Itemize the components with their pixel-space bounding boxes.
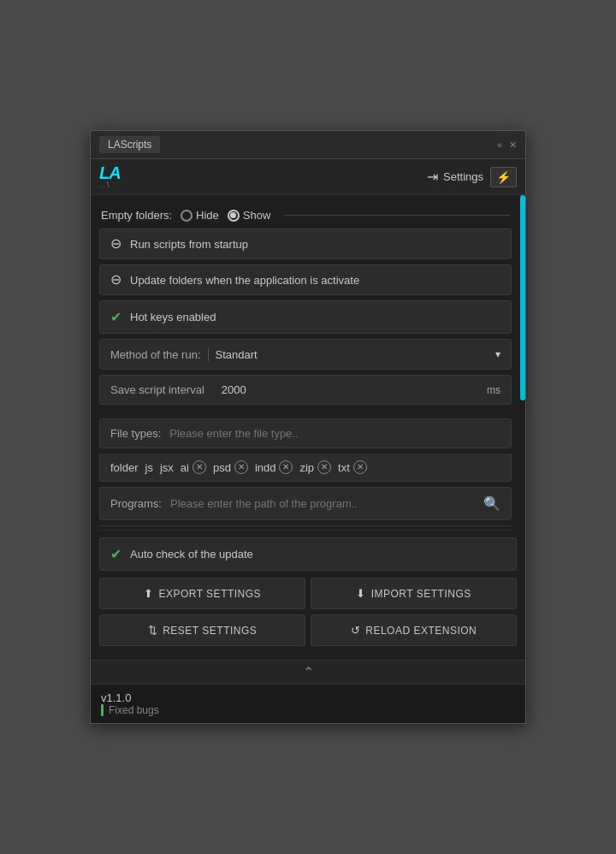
tag-ai-name: ai [181, 461, 189, 474]
tag-indd: indd ✕ [255, 460, 293, 474]
version-number: v1.1.0 [101, 691, 515, 704]
power-button[interactable]: ⚡ [490, 167, 517, 187]
file-types-input[interactable] [169, 427, 500, 440]
tag-zip-name: zip [299, 461, 314, 474]
header: LA ..\ ⇥ Settings ⚡ [91, 159, 525, 195]
collapse-row[interactable]: ⌃ [91, 660, 525, 684]
programs-row: Programs: 🔍 [99, 487, 512, 520]
divider [284, 215, 510, 216]
content-wrapper: Empty folders: Hide Show ⊖ Run scripts f… [91, 195, 525, 537]
update-folders-toggle[interactable]: ⊖ Update folders when the application is… [99, 264, 512, 295]
scrollbar-thumb[interactable] [520, 195, 525, 400]
hot-keys-label: Hot keys enabled [130, 311, 216, 323]
changelog-text: Fixed bugs [109, 704, 159, 716]
method-select[interactable]: Standart Advanced [216, 348, 495, 361]
run-scripts-toggle[interactable]: ⊖ Run scripts from startup [99, 228, 512, 259]
update-folders-label: Update folders when the application is a… [130, 274, 359, 287]
reload-button[interactable]: ↺ RELOAD EXTENSION [311, 614, 517, 646]
spacer-1 [99, 410, 512, 418]
search-icon: 🔍 [483, 496, 500, 511]
export-label: EXPORT SETTINGS [158, 588, 261, 600]
reset-label: RESET SETTINGS [163, 625, 257, 637]
tag-js-name: js [145, 461, 153, 474]
tab-label: LAScripts [99, 136, 160, 153]
main-content: Empty folders: Hide Show ⊖ Run scripts f… [91, 195, 525, 537]
tag-jsx: jsx [160, 461, 174, 474]
tag-jsx-name: jsx [160, 461, 174, 474]
interval-label: Save script interval [110, 383, 204, 396]
main-window: LAScripts « ✕ LA ..\ ⇥ Settings ⚡ Empty … [90, 130, 526, 724]
reset-button[interactable]: ⇅ RESET SETTINGS [99, 614, 305, 646]
interval-unit: ms [487, 384, 500, 396]
tag-zip: zip ✕ [299, 460, 331, 474]
export-icon: ⬆ [144, 587, 154, 600]
changelog-dot [101, 704, 104, 716]
hide-option[interactable]: Hide [181, 209, 219, 222]
tags-row: folder js jsx ai ✕ psd ✕ indd [99, 454, 512, 482]
auto-check-toggle[interactable]: ✔ Auto check of the update [99, 537, 517, 571]
reload-label: RELOAD EXTENSION [365, 625, 477, 637]
tag-zip-remove[interactable]: ✕ [317, 460, 331, 474]
method-divider [208, 347, 209, 361]
hide-label: Hide [196, 209, 219, 222]
programs-label: Programs: [110, 497, 162, 510]
tag-psd-remove[interactable]: ✕ [234, 460, 248, 474]
bottom-section: ✔ Auto check of the update ⬆ EXPORT SETT… [91, 537, 525, 660]
run-scripts-icon: ⊖ [110, 237, 121, 251]
version-section: v1.1.0 Fixed bugs [91, 684, 525, 723]
import-button[interactable]: ⬇ IMPORT SETTINGS [311, 578, 517, 609]
tag-psd-name: psd [213, 461, 231, 474]
title-bar-left: LAScripts [99, 136, 160, 153]
tag-txt-name: txt [338, 461, 350, 474]
programs-search-button[interactable]: 🔍 [483, 495, 500, 512]
tag-txt: txt ✕ [338, 460, 367, 474]
logo: LA ..\ [99, 164, 121, 189]
interval-row: Save script interval 2000 ms [99, 375, 512, 405]
changelog-item: Fixed bugs [101, 704, 515, 716]
scrollbar-track [520, 195, 525, 537]
settings-arrow-icon: ⇥ [427, 169, 438, 185]
hot-keys-icon: ✔ [110, 309, 121, 325]
file-types-label: File types: [110, 427, 161, 440]
tag-txt-remove[interactable]: ✕ [353, 460, 367, 474]
reload-icon: ↺ [351, 624, 361, 637]
show-label: Show [243, 209, 271, 222]
file-types-row: File types: [99, 418, 512, 448]
tag-indd-name: indd [255, 461, 276, 474]
show-option[interactable]: Show [228, 209, 271, 222]
update-folders-icon: ⊖ [110, 273, 121, 287]
empty-folders-row: Empty folders: Hide Show [99, 204, 512, 228]
method-label: Method of the run: [110, 348, 201, 361]
tag-js: js [145, 461, 153, 474]
export-button[interactable]: ⬆ EXPORT SETTINGS [99, 578, 305, 609]
tag-indd-remove[interactable]: ✕ [279, 460, 293, 474]
hot-keys-toggle[interactable]: ✔ Hot keys enabled [99, 300, 512, 334]
interval-value: 2000 [204, 383, 487, 396]
close-control[interactable]: ✕ [509, 139, 517, 151]
settings-label: Settings [443, 170, 483, 183]
dropdown-arrow-icon: ▾ [495, 348, 500, 360]
tag-ai-remove[interactable]: ✕ [192, 460, 206, 474]
title-bar-controls: « ✕ [497, 139, 517, 151]
logo-sub: ..\ [99, 181, 121, 189]
show-radio[interactable] [228, 210, 240, 222]
collapse-icon: ⌃ [303, 664, 314, 680]
header-right: ⇥ Settings ⚡ [427, 167, 517, 187]
method-row: Method of the run: Standart Advanced ▾ [99, 339, 512, 370]
reset-icon: ⇅ [148, 624, 158, 637]
tag-folder-name: folder [110, 461, 139, 474]
auto-check-label: Auto check of the update [130, 548, 253, 560]
collapse-control[interactable]: « [497, 139, 502, 151]
tag-ai: ai ✕ [181, 460, 206, 474]
settings-button[interactable]: ⇥ Settings [427, 169, 483, 185]
import-icon: ⬇ [356, 587, 366, 600]
programs-input[interactable] [170, 497, 475, 510]
hide-radio[interactable] [181, 210, 192, 222]
tag-folder: folder [110, 461, 139, 474]
power-icon: ⚡ [496, 170, 511, 184]
empty-folders-label: Empty folders: [101, 209, 172, 222]
title-bar: LAScripts « ✕ [91, 131, 525, 159]
divider-2 [99, 530, 512, 531]
action-buttons: ⬆ EXPORT SETTINGS ⬇ IMPORT SETTINGS ⇅ RE… [99, 578, 517, 646]
auto-check-icon: ✔ [110, 546, 121, 562]
